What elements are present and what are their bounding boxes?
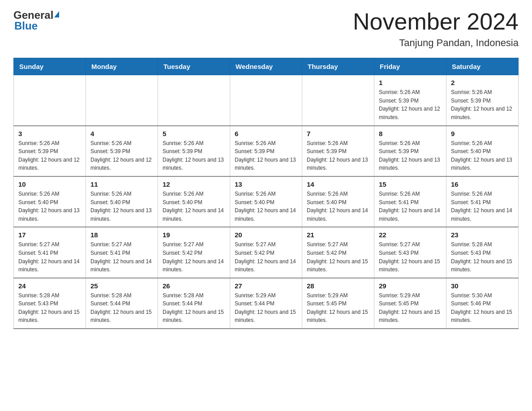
day-info: Sunrise: 5:29 AM Sunset: 5:45 PM Dayligh… bbox=[307, 291, 369, 325]
day-info: Sunrise: 5:26 AM Sunset: 5:39 PM Dayligh… bbox=[235, 139, 297, 172]
calendar-cell bbox=[302, 75, 374, 126]
day-number: 13 bbox=[235, 180, 297, 188]
calendar-cell bbox=[158, 75, 230, 126]
calendar-cell: 20Sunrise: 5:27 AM Sunset: 5:42 PM Dayli… bbox=[230, 227, 302, 278]
calendar-cell: 15Sunrise: 5:26 AM Sunset: 5:41 PM Dayli… bbox=[374, 176, 446, 227]
day-number: 8 bbox=[379, 130, 442, 137]
day-number: 7 bbox=[307, 130, 369, 137]
calendar-cell bbox=[14, 75, 86, 126]
calendar-cell: 12Sunrise: 5:26 AM Sunset: 5:40 PM Dayli… bbox=[158, 176, 230, 227]
calendar-cell: 6Sunrise: 5:26 AM Sunset: 5:39 PM Daylig… bbox=[230, 126, 302, 176]
day-info: Sunrise: 5:26 AM Sunset: 5:40 PM Dayligh… bbox=[18, 190, 81, 223]
calendar-cell: 9Sunrise: 5:26 AM Sunset: 5:40 PM Daylig… bbox=[446, 126, 519, 176]
day-info: Sunrise: 5:26 AM Sunset: 5:39 PM Dayligh… bbox=[379, 139, 442, 172]
calendar-header-row: SundayMondayTuesdayWednesdayThursdayFrid… bbox=[14, 58, 519, 75]
logo-blue-text: Blue bbox=[14, 20, 38, 32]
calendar-cell: 29Sunrise: 5:29 AM Sunset: 5:45 PM Dayli… bbox=[374, 278, 446, 329]
day-number: 10 bbox=[18, 180, 81, 188]
calendar-cell: 23Sunrise: 5:28 AM Sunset: 5:43 PM Dayli… bbox=[446, 227, 519, 278]
day-info: Sunrise: 5:26 AM Sunset: 5:41 PM Dayligh… bbox=[451, 190, 514, 223]
day-info: Sunrise: 5:26 AM Sunset: 5:39 PM Dayligh… bbox=[379, 88, 442, 121]
calendar-cell: 3Sunrise: 5:26 AM Sunset: 5:39 PM Daylig… bbox=[14, 126, 86, 176]
day-info: Sunrise: 5:26 AM Sunset: 5:39 PM Dayligh… bbox=[451, 88, 514, 121]
calendar-cell: 10Sunrise: 5:26 AM Sunset: 5:40 PM Dayli… bbox=[14, 176, 86, 227]
day-number: 20 bbox=[235, 231, 297, 239]
day-number: 19 bbox=[163, 231, 225, 239]
day-info: Sunrise: 5:29 AM Sunset: 5:44 PM Dayligh… bbox=[235, 291, 297, 325]
day-header-friday: Friday bbox=[374, 58, 446, 75]
day-number: 5 bbox=[163, 130, 225, 137]
day-info: Sunrise: 5:26 AM Sunset: 5:39 PM Dayligh… bbox=[90, 139, 153, 172]
day-number: 12 bbox=[163, 180, 225, 188]
calendar-cell: 26Sunrise: 5:28 AM Sunset: 5:44 PM Dayli… bbox=[158, 278, 230, 329]
calendar-cell: 8Sunrise: 5:26 AM Sunset: 5:39 PM Daylig… bbox=[374, 126, 446, 176]
day-number: 9 bbox=[451, 130, 514, 137]
calendar-cell: 4Sunrise: 5:26 AM Sunset: 5:39 PM Daylig… bbox=[86, 126, 158, 176]
logo-triangle-icon bbox=[54, 11, 59, 17]
calendar-table: SundayMondayTuesdayWednesdayThursdayFrid… bbox=[13, 58, 519, 329]
day-number: 4 bbox=[90, 130, 153, 137]
calendar-cell bbox=[86, 75, 158, 126]
calendar-week-row: 10Sunrise: 5:26 AM Sunset: 5:40 PM Dayli… bbox=[14, 176, 519, 227]
day-header-tuesday: Tuesday bbox=[158, 58, 230, 75]
day-info: Sunrise: 5:27 AM Sunset: 5:41 PM Dayligh… bbox=[18, 240, 81, 274]
day-info: Sunrise: 5:26 AM Sunset: 5:40 PM Dayligh… bbox=[163, 190, 225, 223]
day-info: Sunrise: 5:26 AM Sunset: 5:40 PM Dayligh… bbox=[235, 190, 297, 223]
day-info: Sunrise: 5:26 AM Sunset: 5:39 PM Dayligh… bbox=[163, 139, 225, 172]
day-info: Sunrise: 5:30 AM Sunset: 5:46 PM Dayligh… bbox=[451, 291, 514, 325]
day-header-wednesday: Wednesday bbox=[230, 58, 302, 75]
day-header-sunday: Sunday bbox=[14, 58, 86, 75]
location-title: Tanjung Pandan, Indonesia bbox=[353, 37, 519, 49]
calendar-week-row: 24Sunrise: 5:28 AM Sunset: 5:43 PM Dayli… bbox=[14, 278, 519, 329]
calendar-cell: 11Sunrise: 5:26 AM Sunset: 5:40 PM Dayli… bbox=[86, 176, 158, 227]
calendar-cell: 2Sunrise: 5:26 AM Sunset: 5:39 PM Daylig… bbox=[446, 75, 519, 126]
day-number: 14 bbox=[307, 180, 369, 188]
page-header: General Blue November 2024 Tanjung Panda… bbox=[13, 9, 519, 49]
day-number: 25 bbox=[90, 282, 153, 290]
day-info: Sunrise: 5:27 AM Sunset: 5:41 PM Dayligh… bbox=[90, 240, 153, 274]
day-number: 3 bbox=[18, 130, 81, 137]
day-info: Sunrise: 5:26 AM Sunset: 5:40 PM Dayligh… bbox=[451, 139, 514, 172]
day-info: Sunrise: 5:28 AM Sunset: 5:43 PM Dayligh… bbox=[451, 240, 514, 274]
calendar-cell: 28Sunrise: 5:29 AM Sunset: 5:45 PM Dayli… bbox=[302, 278, 374, 329]
calendar-cell: 18Sunrise: 5:27 AM Sunset: 5:41 PM Dayli… bbox=[86, 227, 158, 278]
day-number: 28 bbox=[307, 282, 369, 290]
day-number: 27 bbox=[235, 282, 297, 290]
day-info: Sunrise: 5:28 AM Sunset: 5:44 PM Dayligh… bbox=[90, 291, 153, 325]
day-info: Sunrise: 5:27 AM Sunset: 5:42 PM Dayligh… bbox=[235, 240, 297, 274]
day-header-monday: Monday bbox=[86, 58, 158, 75]
day-info: Sunrise: 5:27 AM Sunset: 5:42 PM Dayligh… bbox=[307, 240, 369, 274]
calendar-cell: 5Sunrise: 5:26 AM Sunset: 5:39 PM Daylig… bbox=[158, 126, 230, 176]
calendar-week-row: 17Sunrise: 5:27 AM Sunset: 5:41 PM Dayli… bbox=[14, 227, 519, 278]
day-info: Sunrise: 5:26 AM Sunset: 5:39 PM Dayligh… bbox=[18, 139, 81, 172]
day-number: 15 bbox=[379, 180, 442, 188]
day-number: 17 bbox=[18, 231, 81, 239]
day-number: 30 bbox=[451, 282, 514, 290]
calendar-week-row: 3Sunrise: 5:26 AM Sunset: 5:39 PM Daylig… bbox=[14, 126, 519, 176]
calendar-cell: 30Sunrise: 5:30 AM Sunset: 5:46 PM Dayli… bbox=[446, 278, 519, 329]
calendar-cell: 1Sunrise: 5:26 AM Sunset: 5:39 PM Daylig… bbox=[374, 75, 446, 126]
calendar-cell bbox=[230, 75, 302, 126]
calendar-week-row: 1Sunrise: 5:26 AM Sunset: 5:39 PM Daylig… bbox=[14, 75, 519, 126]
day-number: 24 bbox=[18, 282, 81, 290]
day-info: Sunrise: 5:28 AM Sunset: 5:43 PM Dayligh… bbox=[18, 291, 81, 325]
day-number: 26 bbox=[163, 282, 225, 290]
calendar-cell: 14Sunrise: 5:26 AM Sunset: 5:40 PM Dayli… bbox=[302, 176, 374, 227]
day-info: Sunrise: 5:29 AM Sunset: 5:45 PM Dayligh… bbox=[379, 291, 442, 325]
day-info: Sunrise: 5:26 AM Sunset: 5:41 PM Dayligh… bbox=[379, 190, 442, 223]
day-header-thursday: Thursday bbox=[302, 58, 374, 75]
day-info: Sunrise: 5:27 AM Sunset: 5:43 PM Dayligh… bbox=[379, 240, 442, 274]
calendar-cell: 25Sunrise: 5:28 AM Sunset: 5:44 PM Dayli… bbox=[86, 278, 158, 329]
day-info: Sunrise: 5:26 AM Sunset: 5:40 PM Dayligh… bbox=[90, 190, 153, 223]
calendar-cell: 17Sunrise: 5:27 AM Sunset: 5:41 PM Dayli… bbox=[14, 227, 86, 278]
day-number: 29 bbox=[379, 282, 442, 290]
day-number: 6 bbox=[235, 130, 297, 137]
calendar-cell: 16Sunrise: 5:26 AM Sunset: 5:41 PM Dayli… bbox=[446, 176, 519, 227]
month-title: November 2024 bbox=[353, 9, 519, 34]
day-info: Sunrise: 5:26 AM Sunset: 5:39 PM Dayligh… bbox=[307, 139, 369, 172]
day-number: 18 bbox=[90, 231, 153, 239]
title-block: November 2024 Tanjung Pandan, Indonesia bbox=[353, 9, 519, 49]
calendar-cell: 19Sunrise: 5:27 AM Sunset: 5:42 PM Dayli… bbox=[158, 227, 230, 278]
day-info: Sunrise: 5:27 AM Sunset: 5:42 PM Dayligh… bbox=[163, 240, 225, 274]
calendar-cell: 21Sunrise: 5:27 AM Sunset: 5:42 PM Dayli… bbox=[302, 227, 374, 278]
